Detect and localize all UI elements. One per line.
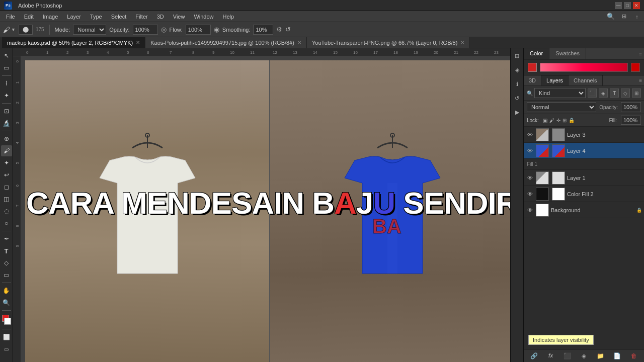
layer-row-layer4[interactable]: 👁 Layer 4 [524,143,644,159]
eyedropper-tool[interactable]: 🔬 [1,118,12,129]
lasso-tool[interactable]: ⌇ [1,78,12,89]
tab-2[interactable]: YouTube-Transparent-PNG.png @ 66.7% (Lay… [307,37,470,48]
tab-0[interactable]: mackup kaos.psd @ 50% (Layer 2, RGB/8*/C… [2,37,145,48]
settings-icon[interactable]: ⚙ [276,26,282,33]
history-brush-tool[interactable]: ↩ [1,169,12,180]
colorfill2-visibility-toggle[interactable]: 👁 [526,190,534,198]
tab-close-0[interactable]: ✕ [136,40,140,45]
rotate-icon[interactable]: ↺ [285,26,291,33]
hand-tool[interactable]: ✋ [1,285,12,296]
menu-item-3d[interactable]: 3D [153,13,168,21]
lock-move-icon[interactable]: ✛ [556,118,560,123]
shape-tool[interactable]: ▭ [1,269,12,281]
menu-item-type[interactable]: Type [86,13,106,21]
layer-new-icon[interactable]: 📄 [612,351,622,361]
mode-select[interactable]: Normal [73,25,106,35]
tab-color[interactable]: Color [524,48,549,59]
layer-group-icon[interactable]: 📁 [596,351,606,361]
minimize-button[interactable]: — [615,2,622,9]
type-tool[interactable]: T [1,245,12,256]
layer-link-icon[interactable]: 🔗 [529,351,539,361]
menu-item-edit[interactable]: Edit [20,13,38,21]
layer-row-layer1[interactable]: 👁 Layer 1 [524,170,644,186]
search-icon[interactable]: 🔍 [606,12,616,22]
tab-3d[interactable]: 3D [524,75,541,85]
gradient-tool[interactable]: ◫ [1,194,12,205]
share-icon[interactable]: ↑ [632,12,642,22]
clone-stamp-tool[interactable]: ✦ [1,157,12,168]
tab-swatches[interactable]: Swatches [549,48,586,59]
dodge-tool[interactable]: ○ [1,218,12,229]
airbrush-icon[interactable]: ◎ [161,26,167,33]
blend-mode-select[interactable]: Normal [527,102,596,112]
fill-input[interactable] [621,116,641,125]
layer-row-layer3[interactable]: 👁 Layer 3 [524,127,644,143]
filter-shape-icon[interactable]: ◇ [621,88,630,98]
lock-paint-icon[interactable]: 🖌 [549,118,554,123]
filter-type-icon[interactable]: T [610,88,619,98]
adjustments-icon[interactable]: ◈ [512,64,523,75]
menu-item-filter[interactable]: Filter [131,13,151,21]
menu-item-image[interactable]: Image [39,13,62,21]
layer-delete-icon[interactable]: 🗑 [629,351,639,361]
background-color[interactable] [4,318,11,325]
crop-tool[interactable]: ⊡ [1,106,12,117]
workspace-icon[interactable]: ⊞ [619,12,629,22]
path-tool[interactable]: ◇ [1,257,12,268]
zoom-tool[interactable]: 🔍 [1,297,12,308]
menu-item-select[interactable]: Select [107,13,131,21]
actions-icon[interactable]: ▶ [512,107,523,118]
menu-item-layer[interactable]: Layer [63,13,85,21]
opacity-input[interactable] [621,102,641,112]
close-button[interactable]: ✕ [633,2,640,9]
menu-item-view[interactable]: View [169,13,189,21]
background-visibility-toggle[interactable]: 👁 [526,206,534,214]
menu-item-help[interactable]: Help [219,13,238,21]
tab-channels[interactable]: Channels [569,75,602,85]
magic-wand-tool[interactable]: ✦ [1,90,12,101]
tab-close-2[interactable]: ✕ [460,40,464,45]
layer4-visibility-toggle[interactable]: 👁 [526,147,534,155]
menu-item-window[interactable]: Window [190,13,217,21]
tab-1[interactable]: Kaos-Polos-putih-e1499920499715.jpg @ 10… [145,37,307,48]
healing-brush-tool[interactable]: ⊕ [1,133,12,144]
color-gradient-bar[interactable] [540,63,628,72]
layers-menu-icon[interactable]: ≡ [639,78,642,83]
brush-preset-icon[interactable]: ⬤ [19,25,33,35]
tab-layers[interactable]: Layers [541,75,569,85]
info-icon[interactable]: ℹ [512,78,523,89]
layer-row-background[interactable]: 👁 Background 🔒 [524,202,644,218]
filter-smart-icon[interactable]: ⊞ [632,88,641,98]
smoothing-input[interactable] [253,25,273,35]
flow-icon[interactable]: ◉ [214,26,219,33]
blur-tool[interactable]: ◌ [1,206,12,217]
color-swatch-fg[interactable] [528,63,537,72]
layer-fx-icon[interactable]: fx [546,351,556,361]
marquee-tool[interactable]: ▭ [1,62,12,73]
flow-input[interactable] [186,25,211,35]
screen-mode-rect[interactable]: ▭ [1,343,12,354]
properties-icon[interactable]: ⊞ [512,50,523,61]
layer3-visibility-toggle[interactable]: 👁 [526,131,534,139]
history-icon[interactable]: ↺ [512,93,523,104]
layer-adjustment-icon[interactable]: ◈ [579,351,589,361]
lock-all-icon[interactable]: 🔒 [569,118,575,123]
quick-mask-tool[interactable]: ⬜ [1,331,12,342]
panel-menu-icon[interactable]: ≡ [639,51,642,57]
kind-filter-select[interactable]: Kind [534,88,586,98]
canvas[interactable]: BA BA CARA MENDESAIN BAJU SENDIRI [21,56,510,362]
layer-row-colorfill2[interactable]: 👁 Color Fill 2 [524,186,644,202]
eraser-tool[interactable]: ◻ [1,182,12,193]
opacity-input[interactable] [133,25,158,35]
lock-artboard-icon[interactable]: ⊞ [562,118,567,123]
layer1-visibility-toggle[interactable]: 👁 [526,174,534,182]
menu-item-file[interactable]: File [2,13,19,21]
brush-tool-selector[interactable]: 🖌 ▼ [3,26,16,34]
lock-transparency-icon[interactable]: ▣ [543,118,547,123]
maximize-button[interactable]: □ [624,2,631,9]
filter-pixel-icon[interactable]: ⬛ [588,88,597,98]
pen-tool[interactable]: ✒ [1,233,12,244]
tab-close-1[interactable]: ✕ [297,40,301,45]
filter-adjustment-icon[interactable]: ◈ [599,88,608,98]
move-tool[interactable]: ↖ [1,50,12,61]
